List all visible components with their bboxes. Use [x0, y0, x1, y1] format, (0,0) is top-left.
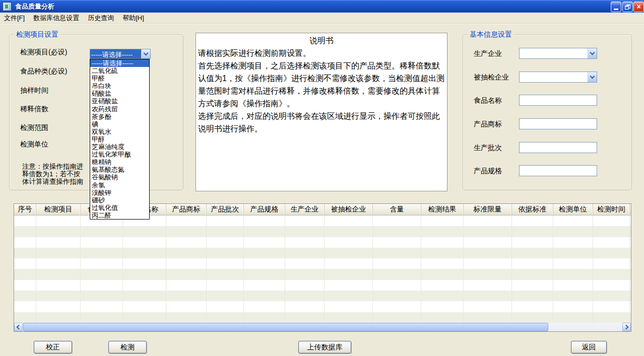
dropdown-option[interactable]: 丙二醛: [90, 211, 149, 219]
column-header-8[interactable]: 生产企业: [285, 204, 325, 215]
dropdown-option[interactable]: 吊白块: [90, 82, 149, 90]
column-header-5[interactable]: 产品商标: [166, 204, 207, 215]
dropdown-option[interactable]: 亚硝酸盐: [90, 97, 149, 105]
dropdown-option[interactable]: 谷氨酸钠: [90, 173, 149, 181]
table-cell: [593, 301, 630, 312]
scroll-right-button[interactable]: [622, 323, 631, 331]
table-cell: [325, 301, 373, 312]
table-cell: [593, 216, 630, 226]
scroll-left-button[interactable]: [14, 323, 23, 331]
table-cell: [285, 216, 325, 226]
table-cell: [166, 226, 207, 237]
minimize-icon: [614, 9, 618, 10]
table-cell: [285, 258, 325, 269]
dropdown-option[interactable]: 过氧化苯甲酰: [90, 151, 149, 158]
dropdown-option[interactable]: -----请选择-----: [90, 59, 149, 67]
chevron-right-icon: [624, 325, 629, 330]
table-cell: [123, 291, 166, 301]
basic-info-combobox-1[interactable]: [519, 48, 597, 59]
calibrate-button[interactable]: 校正: [34, 341, 72, 353]
dropdown-option[interactable]: 甲醛: [90, 75, 149, 82]
scrollbar-thumb[interactable]: [23, 323, 548, 331]
column-header-11[interactable]: 检测结果: [421, 204, 464, 215]
table-row[interactable]: [14, 269, 631, 279]
table-cell: [207, 216, 244, 226]
chevron-down-icon: [590, 74, 595, 79]
dropdown-option[interactable]: 余氯: [90, 181, 149, 189]
dropdown-option[interactable]: 农药残留: [90, 105, 149, 113]
restore-button[interactable]: [622, 2, 633, 12]
table-cell: [325, 248, 373, 258]
dropdown-option[interactable]: 硼砂: [90, 196, 149, 204]
column-header-12[interactable]: 标准限量: [464, 204, 512, 215]
dropdown-option[interactable]: 溴酸钾: [90, 189, 149, 196]
basic-info-input-6[interactable]: [519, 165, 597, 176]
return-button[interactable]: 返回: [571, 341, 607, 353]
combobox-arrow-button[interactable]: [588, 48, 597, 58]
table-cell: [81, 291, 123, 301]
dropdown-option[interactable]: 氨基酸态氮: [90, 166, 149, 173]
column-header-2[interactable]: 检测项目: [36, 204, 81, 215]
table-row[interactable]: [14, 291, 631, 301]
table-row[interactable]: [14, 226, 631, 237]
table-cell: [325, 269, 373, 279]
column-header-10[interactable]: 含量: [373, 204, 421, 215]
table-row[interactable]: [14, 280, 631, 291]
dropdown-option[interactable]: 硝酸盐: [90, 90, 149, 97]
table-row[interactable]: [14, 237, 631, 248]
close-button[interactable]: ×: [633, 2, 644, 12]
window-title: 食品质量分析: [15, 2, 54, 11]
detect-button[interactable]: 检测: [108, 341, 147, 353]
dropdown-option[interactable]: 碘: [90, 120, 149, 128]
table-cell: [464, 237, 512, 248]
table-cell: [244, 312, 285, 323]
table-cell: [553, 312, 593, 323]
column-header-9[interactable]: 被抽检企业: [325, 204, 373, 215]
table-cell: [553, 291, 593, 301]
minimize-button[interactable]: [611, 2, 621, 12]
column-header-14[interactable]: 检测单位: [553, 204, 593, 215]
column-header-7[interactable]: 产品规格: [244, 204, 285, 215]
basic-info-input-3[interactable]: [519, 95, 597, 106]
column-header-15[interactable]: 检测时间: [593, 204, 630, 215]
combobox-arrow-button[interactable]: [588, 72, 597, 82]
dropdown-option[interactable]: 双氧水: [90, 128, 149, 135]
table-cell: [123, 280, 166, 291]
combobox-arrow-button[interactable]: [141, 49, 150, 58]
table-cell: [36, 237, 81, 248]
table-cell: [373, 291, 421, 301]
upload-database-button[interactable]: 上传数据库: [298, 341, 351, 353]
menu-item-4[interactable]: 帮助[H]: [122, 14, 144, 23]
restore-icon: [625, 5, 630, 10]
dropdown-option[interactable]: 过氧化值: [90, 204, 149, 211]
basic-info-input-4[interactable]: [519, 118, 597, 129]
dropdown-option[interactable]: 芝麻油纯度: [90, 143, 149, 151]
table-cell: [81, 226, 123, 237]
dropdown-option[interactable]: 糖精钠: [90, 158, 149, 166]
dropdown-option[interactable]: 甲醇: [90, 135, 149, 143]
table-cell: [421, 291, 464, 301]
column-header-6[interactable]: 产品批次: [207, 204, 244, 215]
dropdown-option[interactable]: 二氧化硫: [90, 67, 149, 75]
dropdown-option[interactable]: 茶多酚: [90, 113, 149, 120]
basic-info-input-5[interactable]: [519, 142, 597, 153]
table-cell: [512, 269, 553, 279]
table-cell: [14, 291, 36, 301]
detection-item-combobox[interactable]: -----请选择-----: [90, 49, 151, 59]
basic-info-combobox-2[interactable]: [519, 72, 597, 83]
menu-item-2[interactable]: 数据库信息设置: [33, 14, 79, 23]
combobox-value: [520, 48, 588, 58]
table-row[interactable]: [14, 248, 631, 258]
table-cell: [36, 301, 81, 312]
column-header-1[interactable]: 序号: [14, 204, 36, 215]
table-cell: [512, 216, 553, 226]
menu-item-1[interactable]: 文件[F]: [4, 14, 25, 23]
title-bar[interactable]: 食品质量分析 ×: [0, 0, 644, 13]
table-row[interactable]: [14, 258, 631, 269]
table-cell: [285, 280, 325, 291]
menu-item-3[interactable]: 历史查询: [88, 14, 114, 23]
horizontal-scrollbar[interactable]: [14, 323, 631, 331]
table-row[interactable]: [14, 301, 631, 312]
column-header-13[interactable]: 依据标准: [512, 204, 553, 215]
table-row[interactable]: [14, 312, 631, 323]
